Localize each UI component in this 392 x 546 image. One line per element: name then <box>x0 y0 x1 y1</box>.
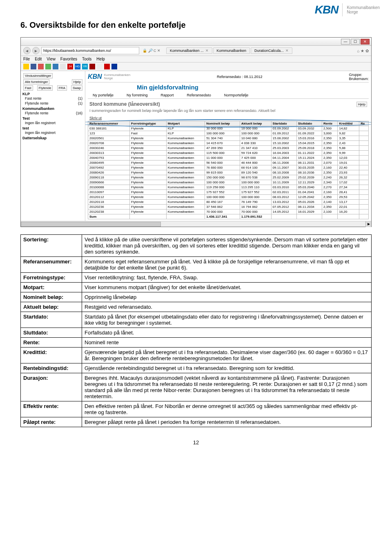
toolbar-icon[interactable]: HG <box>75 64 80 69</box>
definition-text: Gjenstående rentebindingstid beregnet ut… <box>82 363 372 373</box>
definition-text: Viser kommunens motpart (långiver) for d… <box>82 283 372 292</box>
header-logo: KBN KommunalbankenNorge <box>315 3 380 16</box>
definition-text: Restgjeld ved referansedato. <box>82 302 372 312</box>
table-row[interactable]: 20020561FlytendeKommunalbanken51 304 740… <box>88 136 369 141</box>
sidebar-btn[interactable]: FRA <box>57 85 67 91</box>
toolbar-icon[interactable] <box>31 64 36 69</box>
app-tab[interactable]: Rapport <box>159 93 176 98</box>
sidebar-btn[interactable]: Fast <box>23 85 33 91</box>
help-button[interactable]: Hjelp <box>356 102 367 107</box>
table-header[interactable]: Forretningstype <box>130 121 167 126</box>
table-row[interactable]: 20060495FlytendeKommunalbanken56 540 000… <box>88 160 369 165</box>
browser-tab[interactable]: DurationCalcula...✕ <box>251 47 292 54</box>
definition-row: Sortering:Ved å klikke på de ulike overs… <box>21 235 372 257</box>
app-tab[interactable]: Referansedato <box>185 93 213 98</box>
table-header[interactable]: Referansenummer <box>88 121 130 126</box>
definition-label: Nominelt beløp: <box>21 292 82 302</box>
back-icon[interactable]: ◄ <box>23 47 31 54</box>
table-header[interactable]: Startdato <box>271 121 296 126</box>
toolbar-icon[interactable] <box>104 64 110 69</box>
table-row[interactable]: 20080426FlytendeKommunalbanken99 815 000… <box>88 170 369 175</box>
table-header[interactable]: Aktuelt beløp <box>240 121 271 126</box>
definition-row: Rentebindingstid:Gjenstående rentebindin… <box>21 363 372 373</box>
browser-tab[interactable]: Kommunalbanken ...✕ <box>166 47 212 54</box>
url-input[interactable]: https://kbutlaanweb.kommunalbanken.no/ <box>41 47 139 54</box>
sidebar-section: Test <box>22 116 83 120</box>
table-row[interactable]: 20100088FlytendeKommunalbanken119 258 00… <box>88 185 369 190</box>
table-row[interactable]: 20040753FlytendeKommunalbanken11 000 000… <box>88 156 369 160</box>
table-row[interactable]: 20120236FlytendeKommunalbanken37 546 862… <box>88 205 369 209</box>
definition-label: Startdato: <box>21 312 82 328</box>
app-tab[interactable]: Normportefølje <box>223 93 250 98</box>
table-row[interactable]: 20030313FlytendeKommunalbanken115 500 00… <box>88 151 369 156</box>
table-row[interactable]: 030 388181FlytendeKLP30 000 00018 000 00… <box>88 126 369 131</box>
addr-icons: 🔒 🔎 C ✕ <box>143 49 160 53</box>
toolbar-icon[interactable] <box>23 64 29 69</box>
sidebar-btn[interactable]: Hjelp <box>72 79 82 85</box>
minimize-button[interactable]: — <box>341 39 350 45</box>
maximize-button[interactable]: ☐ <box>351 39 360 45</box>
toolbar-icon[interactable] <box>111 64 117 69</box>
table-header[interactable]: Nominelt beløp <box>205 121 240 126</box>
definition-text: Beregner påløpt rente på lånet i periode… <box>82 417 372 427</box>
table-row[interactable]: 20120112FlytendeKommunalbanken100 000 00… <box>88 195 369 200</box>
toolbar-icon[interactable] <box>60 64 66 69</box>
menu-edit[interactable]: Edit <box>35 57 42 61</box>
table-header[interactable]: Motpart <box>166 121 205 126</box>
sidebar-item[interactable]: Flytende rente(1) <box>22 101 83 106</box>
table-header[interactable]: Sluttdato <box>296 121 322 126</box>
table-header[interactable]: Kredittid <box>338 121 359 126</box>
table-row[interactable]: 20020708FlytendeKommunalbanken14 415 670… <box>88 141 369 146</box>
table-row[interactable]: 123FastKLP100 000 000100 000 00001.09.20… <box>88 131 369 136</box>
sidebar-section: Datterselskap <box>22 136 83 140</box>
sidebar-item[interactable]: Ingen lån registrert <box>22 120 83 125</box>
table-row[interactable]: 20120238FlytendeKommunalbanken70 000 000… <box>88 209 369 214</box>
app-logo: KBN KommunalbankenNorge <box>88 73 130 80</box>
definition-row: Effektiv rente:Den effektive renten på l… <box>21 401 372 417</box>
definition-text: Opprinnelig lånebeløp <box>82 292 372 302</box>
menu-file[interactable]: File <box>23 57 30 61</box>
sidebar-item[interactable]: Flytende rente(16) <box>22 111 83 116</box>
app-tab[interactable]: Ny portefølje <box>91 93 115 98</box>
menu-view[interactable]: View <box>47 57 56 61</box>
definition-label: Aktuelt beløp: <box>21 302 82 312</box>
table-row[interactable]: 20030246FlytendeKommunalbanken47 269 350… <box>88 146 369 151</box>
table-sum-row: Sum1.436.117.3411.179.091.532 <box>88 214 369 219</box>
table-row[interactable]: 20070492FlytendeKommunalbanken76 880 000… <box>88 165 369 170</box>
toolbar-icon[interactable]: YR <box>82 64 88 69</box>
table-row[interactable]: 20110097FlytendeKommunalbanken175 927 55… <box>88 190 369 195</box>
favorites-icons[interactable]: ⌂ ★ ✿ <box>357 49 369 53</box>
table-header[interactable]: Rente <box>322 121 338 126</box>
toolbar-icon[interactable] <box>89 64 95 69</box>
table-row[interactable]: 20120118FlytendeKommunalbanken80 450 167… <box>88 200 369 205</box>
table-row[interactable]: 20090666FlytendeKommunalbanken100 000 00… <box>88 180 369 185</box>
table-row[interactable]: 20090118FlytendeKommunalbanken150 000 00… <box>88 175 369 180</box>
browser-window: — ☐ ✕ ◄ ► https://kbutlaanweb.kommunalba… <box>20 37 372 227</box>
sidebar-btn[interactable]: Vindusinnstillinger <box>23 73 53 78</box>
app-tab[interactable]: Ny forretning <box>125 93 149 98</box>
toolbar-icon[interactable] <box>38 64 44 69</box>
menu-bar: File Edit View Favorites Tools Help <box>21 56 371 62</box>
definition-text: Viser rentetilknytning: fast, flytende, … <box>82 273 372 283</box>
close-button[interactable]: ✕ <box>361 39 370 45</box>
browser-tab[interactable]: Kommunalbanken <box>213 47 250 54</box>
sidebar-item[interactable]: Fast rente(1) <box>22 96 83 101</box>
sidebar-item[interactable]: Ingen lån registrert <box>22 130 83 135</box>
menu-tools[interactable]: Tools <box>82 57 91 61</box>
print-button[interactable]: Skriv ut <box>88 115 369 121</box>
forward-icon[interactable]: ► <box>32 47 40 54</box>
toolbar-icon[interactable] <box>45 64 51 69</box>
definition-row: Referansenummer:Kommunens eget referanse… <box>21 257 372 273</box>
toolbar-icon[interactable] <box>97 64 102 69</box>
sidebar-btn[interactable]: Swap <box>71 85 82 91</box>
definition-row: Aktuelt beløp:Restgjeld ved referansedat… <box>21 302 372 312</box>
toolbar-icon[interactable] <box>53 64 58 69</box>
horizontal-scrollbar[interactable]: ▶ <box>21 221 371 227</box>
table-header[interactable]: Re <box>359 121 369 126</box>
toolbar-icon[interactable]: 24 <box>67 64 73 69</box>
menu-favorites[interactable]: Favorites <box>60 57 77 61</box>
sidebar-btn[interactable]: Alle forretninger <box>23 79 49 85</box>
sidebar-btn[interactable]: Flytende <box>37 85 53 91</box>
menu-help[interactable]: Help <box>96 57 105 61</box>
definition-row: Durasjon:Beregnes ihht. Macaulys durasjo… <box>21 373 372 401</box>
